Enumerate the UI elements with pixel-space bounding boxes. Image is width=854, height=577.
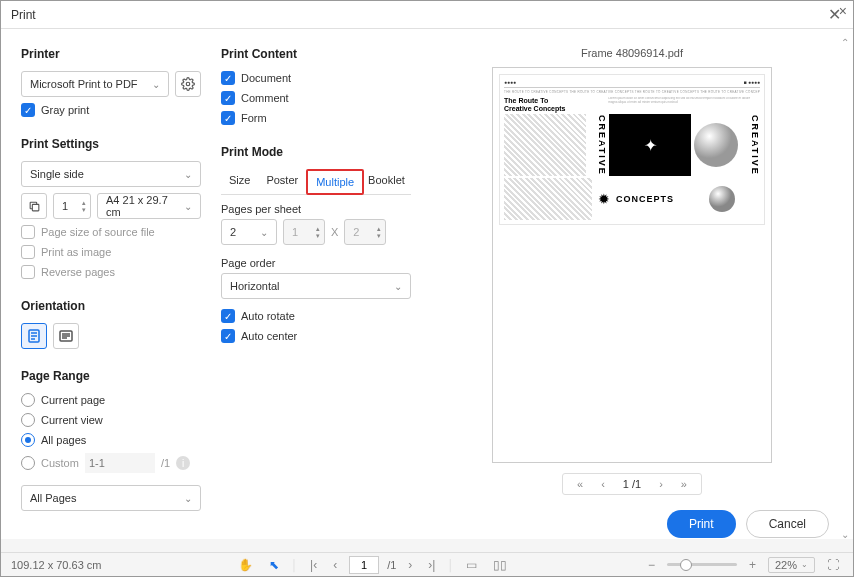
zoom-select[interactable]: 22%⌄ [768, 557, 815, 573]
preview-page: ●●●●■ ●●●● THE ROUTE TO CREATIVE CONCEPT… [492, 67, 772, 463]
page-range-heading: Page Range [21, 369, 201, 383]
orientation-portrait-button[interactable] [21, 323, 47, 349]
auto-rotate-checkbox[interactable]: ✓ [221, 309, 235, 323]
pps-height-value: 2 [353, 226, 359, 238]
scroll-up-icon[interactable]: ⌃ [841, 37, 849, 48]
current-page-radio[interactable] [21, 393, 35, 407]
select-tool-icon[interactable]: ⬉ [265, 558, 283, 572]
chevron-down-icon: ⌄ [260, 227, 268, 238]
form-checkbox[interactable]: ✓ [221, 111, 235, 125]
thumb-title-2: Creative Concepts [504, 105, 605, 113]
hand-tool-icon[interactable]: ✋ [234, 558, 257, 572]
document-label: Document [241, 72, 291, 84]
nav-first-icon[interactable]: « [577, 478, 583, 490]
page-size-source-label: Page size of source file [41, 226, 155, 238]
gray-print-label: Gray print [41, 104, 89, 116]
paper-select[interactable]: A4 21 x 29.7 cm ⌄ [97, 193, 201, 219]
all-pages-label: All pages [41, 434, 86, 446]
chevron-down-icon: ⌄ [184, 493, 192, 504]
thumb-title-1: The Route To [504, 97, 605, 105]
sb-last-icon[interactable]: ›| [424, 558, 439, 572]
chevron-down-icon: ⌄ [394, 281, 402, 292]
side-select-value: Single side [30, 168, 84, 180]
copies-spinner[interactable]: 1 ▴▾ [53, 193, 91, 219]
fullscreen-icon[interactable]: ⛶ [823, 558, 843, 572]
status-dimensions: 109.12 x 70.63 cm [11, 559, 102, 571]
print-content-heading: Print Content [221, 47, 411, 61]
nav-last-icon[interactable]: » [681, 478, 687, 490]
spinner-arrows-icon: ▴▾ [377, 225, 381, 239]
custom-radio[interactable] [21, 456, 35, 470]
side-select[interactable]: Single side ⌄ [21, 161, 201, 187]
sb-page-input[interactable] [349, 556, 379, 574]
paper-select-value: A4 21 x 29.7 cm [106, 194, 184, 218]
comment-label: Comment [241, 92, 289, 104]
pages-per-sheet-label: Pages per sheet [221, 203, 411, 215]
window-close-icon[interactable]: × [839, 3, 847, 19]
zoom-in-icon[interactable]: + [745, 558, 760, 572]
zoom-out-icon[interactable]: − [644, 558, 659, 572]
current-view-label: Current view [41, 414, 103, 426]
sb-first-icon[interactable]: |‹ [306, 558, 321, 572]
document-checkbox[interactable]: ✓ [221, 71, 235, 85]
cancel-button[interactable]: Cancel [746, 510, 829, 538]
tab-booklet[interactable]: Booklet [364, 169, 409, 194]
pps-height-spinner: 2 ▴▾ [344, 219, 386, 245]
sb-next-icon[interactable]: › [404, 558, 416, 572]
print-button[interactable]: Print [667, 510, 736, 538]
custom-range-input[interactable] [85, 453, 155, 473]
burst-icon: ✹ [594, 178, 614, 220]
copies-icon [21, 193, 47, 219]
chevron-down-icon: ⌄ [152, 79, 160, 90]
current-page-label: Current page [41, 394, 105, 406]
thumb-creative-1: CREATIVE [588, 114, 607, 176]
page-size-source-checkbox[interactable] [21, 225, 35, 239]
print-as-image-checkbox[interactable] [21, 245, 35, 259]
print-mode-heading: Print Mode [221, 145, 411, 159]
spinner-arrows-icon: ▴▾ [316, 225, 320, 239]
svg-rect-1 [32, 204, 38, 211]
pps-width-spinner: 1 ▴▾ [283, 219, 325, 245]
pages-per-sheet-select[interactable]: 2 ⌄ [221, 219, 277, 245]
nav-page-total: /1 [632, 478, 641, 490]
pps-value: 2 [230, 226, 236, 238]
tab-size[interactable]: Size [221, 169, 258, 194]
current-view-radio[interactable] [21, 413, 35, 427]
reverse-pages-label: Reverse pages [41, 266, 115, 278]
sb-single-page-icon[interactable]: ▭ [462, 558, 481, 572]
all-pages-select[interactable]: All Pages ⌄ [21, 485, 201, 511]
page-order-select[interactable]: Horizontal ⌄ [221, 273, 411, 299]
nav-next-icon[interactable]: › [659, 478, 663, 490]
info-icon[interactable]: i [176, 456, 190, 470]
dialog-title: Print [11, 8, 825, 22]
sb-prev-icon[interactable]: ‹ [329, 558, 341, 572]
comment-checkbox[interactable]: ✓ [221, 91, 235, 105]
gray-print-checkbox[interactable]: ✓ [21, 103, 35, 117]
print-settings-heading: Print Settings [21, 137, 201, 151]
pps-width-value: 1 [292, 226, 298, 238]
nav-prev-icon[interactable]: ‹ [601, 478, 605, 490]
scroll-down-icon[interactable]: ⌄ [841, 529, 849, 540]
zoom-slider[interactable] [667, 563, 737, 566]
printer-heading: Printer [21, 47, 201, 61]
chevron-down-icon: ⌄ [184, 169, 192, 180]
reverse-pages-checkbox[interactable] [21, 265, 35, 279]
orientation-landscape-button[interactable] [53, 323, 79, 349]
svg-point-0 [186, 82, 190, 86]
preview-page-nav: « ‹ 1 /1 › » [562, 473, 702, 495]
all-pages-radio[interactable] [21, 433, 35, 447]
chevron-down-icon: ⌄ [184, 201, 192, 212]
dialog-titlebar: Print ✕ [1, 1, 853, 29]
preview-filename: Frame 48096914.pdf [581, 47, 683, 59]
printer-options-button[interactable] [175, 71, 201, 97]
tab-poster[interactable]: Poster [258, 169, 306, 194]
pps-x-label: X [331, 226, 338, 238]
thumb-concepts: CONCEPTS [616, 178, 704, 220]
spinner-arrows-icon[interactable]: ▴▾ [82, 199, 86, 213]
zoom-value: 22% [775, 559, 797, 571]
sb-two-page-icon[interactable]: ▯▯ [489, 558, 511, 572]
form-label: Form [241, 112, 267, 124]
tab-multiple[interactable]: Multiple [306, 169, 364, 195]
auto-center-checkbox[interactable]: ✓ [221, 329, 235, 343]
printer-select[interactable]: Microsoft Print to PDF ⌄ [21, 71, 169, 97]
